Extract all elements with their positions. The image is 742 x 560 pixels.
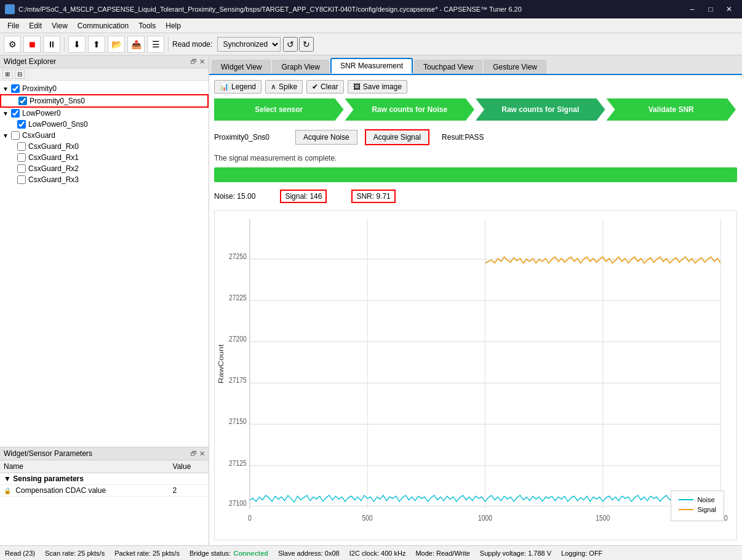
param-value-cdac: 2 [169, 485, 209, 497]
tree-item-proximity0[interactable]: ▼ Proximity0 [0, 83, 209, 94]
content-area: 📊 Legend ∧ Spike ✔ Clear 🖼 Save image [209, 75, 742, 545]
snr-value: SNR: 9.71 [351, 190, 395, 203]
check-csxguard-rx0[interactable] [17, 142, 26, 151]
pause-button[interactable]: ⏸ [43, 36, 60, 53]
params-group-sensing: ▼ Sensing parameters [0, 473, 209, 485]
maximize-button[interactable]: □ [703, 3, 719, 15]
noise-label: Noise [697, 496, 714, 503]
step-raw-noise: Raw counts for Noise [345, 98, 475, 121]
sensor-params-restore[interactable]: 🗗 [190, 450, 197, 458]
sensor-params-close[interactable]: ✕ [199, 450, 205, 458]
widget-explorer-restore[interactable]: 🗗 [190, 58, 197, 66]
tree-item-lowpower0-sns0[interactable]: LowPower0_Sns0 [0, 119, 209, 130]
bridge-connected-label: Connected [233, 550, 268, 557]
label-csxguard: CsxGuard [22, 131, 55, 140]
expand-csxguard[interactable]: ▼ [2, 132, 10, 139]
widget-explorer-close[interactable]: ✕ [199, 58, 205, 66]
read-mode-label: Read mode: [172, 40, 212, 49]
step-validate-snr: Validate SNR [607, 98, 736, 121]
step-select-sensor: Select sensor [214, 98, 344, 121]
widget-expand-all[interactable]: ⊞ [2, 70, 12, 79]
menu-view[interactable]: View [47, 20, 73, 31]
left-panel: Widget Explorer 🗗 ✕ ⊞ ⊟ ▼ Proximity0 Pro… [0, 55, 209, 545]
export-button[interactable]: 📤 [127, 36, 145, 53]
menu-tools[interactable]: Tools [134, 20, 161, 31]
app-icon [5, 4, 15, 14]
spike-icon: ∧ [271, 82, 276, 91]
check-lowpower0-sns0[interactable] [17, 120, 26, 129]
check-proximity0[interactable] [11, 84, 20, 93]
signal-value: Signal: 146 [280, 190, 327, 203]
clear-button[interactable]: ✔ Clear [306, 80, 344, 94]
menu-communication[interactable]: Communication [73, 20, 134, 31]
tree-item-lowpower0[interactable]: ▼ LowPower0 [0, 108, 209, 119]
tree-item-csxguard-rx1[interactable]: CsxGuard_Rx1 [0, 152, 209, 163]
tree-item-proximity0-sns0[interactable]: Proximity0_Sns0 [0, 94, 209, 108]
undo-button[interactable]: ↺ [283, 37, 298, 52]
scan-rate-label: Scan rate: 25 pkts/s [45, 550, 105, 557]
save-icon: 🖼 [353, 82, 361, 91]
chart-legend: Noise Signal [671, 490, 724, 521]
download-button[interactable]: ⬇ [68, 36, 86, 53]
expand-lowpower0[interactable]: ▼ [2, 110, 10, 117]
redo-button[interactable]: ↻ [299, 37, 314, 52]
svg-text:27100: 27100 [229, 499, 247, 507]
bridge-status-label: Bridge status: [189, 550, 231, 557]
menu-edit[interactable]: Edit [24, 20, 47, 31]
param-row-cdac: 🔒 Compensation CDAC value 2 [0, 485, 209, 497]
chart-svg: RawCount 27100 27125 27150 27175 27200 2… [215, 211, 736, 540]
read-mode-select[interactable]: Synchronized Continuous [217, 37, 281, 52]
params-col-value: Value [169, 460, 209, 473]
acquire-signal-button[interactable]: Acquire Signal [365, 129, 429, 145]
window-controls: – □ ✕ [684, 3, 737, 15]
params-col-name: Name [0, 460, 169, 473]
read-label: Read (23) [5, 550, 35, 557]
svg-text:27150: 27150 [229, 418, 247, 426]
legend-button[interactable]: 📊 Legend [214, 80, 261, 94]
check-csxguard-rx2[interactable] [17, 164, 26, 173]
widget-explorer-header: Widget Explorer 🗗 ✕ [0, 55, 209, 68]
tab-snr-measurement[interactable]: SNR Measurement [330, 58, 413, 74]
close-button[interactable]: ✕ [721, 3, 737, 15]
spike-button[interactable]: ∧ Spike [265, 80, 303, 94]
signal-label: Signal [697, 506, 716, 513]
save-image-button[interactable]: 🖼 Save image [348, 80, 407, 94]
check-lowpower0[interactable] [11, 109, 20, 118]
legend-noise: Noise [679, 496, 716, 503]
upload-button[interactable]: ⬆ [88, 36, 105, 53]
settings-button[interactable]: ⚙ [4, 36, 21, 53]
toolbar-separator-2 [168, 37, 169, 52]
lock-icon: 🔒 [4, 487, 11, 494]
minimize-button[interactable]: – [684, 3, 700, 15]
open-button[interactable]: 📂 [108, 36, 125, 53]
check-proximity0-sns0[interactable] [18, 97, 27, 105]
tab-widget-view[interactable]: Widget View [212, 60, 271, 74]
sensor-row: Proximity0_Sns0 Acquire Noise Acquire Si… [214, 126, 737, 149]
menu-help[interactable]: Help [161, 20, 186, 31]
stop-button[interactable]: ⏹ [23, 36, 41, 53]
check-csxguard-rx1[interactable] [17, 153, 26, 162]
tab-gesture-view[interactable]: Gesture View [484, 60, 546, 74]
tab-graph-view[interactable]: Graph View [272, 60, 329, 74]
widget-collapse-all[interactable]: ⊟ [15, 70, 25, 79]
check-csxguard[interactable] [11, 131, 20, 140]
widget-explorer-controls: 🗗 ✕ [190, 58, 205, 66]
tab-touchpad-view[interactable]: Touchpad View [414, 60, 482, 74]
steps-bar: Select sensor Raw counts for Noise Raw c… [214, 98, 737, 121]
expand-proximity0[interactable]: ▼ [2, 86, 10, 92]
list-button[interactable]: ☰ [147, 36, 164, 53]
label-proximity0: Proximity0 [22, 84, 57, 93]
menu-file[interactable]: File [2, 20, 24, 31]
sensor-name-label: Proximity0_Sns0 [214, 133, 288, 142]
check-csxguard-rx3[interactable] [17, 175, 26, 184]
svg-text:27225: 27225 [229, 294, 247, 302]
label-csxguard-rx0: CsxGuard_Rx0 [28, 142, 79, 151]
tree-item-csxguard-rx2[interactable]: CsxGuard_Rx2 [0, 163, 209, 174]
tree-item-csxguard[interactable]: ▼ CsxGuard [0, 130, 209, 141]
tree-item-csxguard-rx3[interactable]: CsxGuard_Rx3 [0, 174, 209, 185]
status-packet-rate: Packet rate: 25 pkts/s [114, 550, 180, 557]
svg-text:27200: 27200 [229, 335, 247, 343]
logging-label: Logging: OFF [561, 550, 602, 557]
tree-item-csxguard-rx0[interactable]: CsxGuard_Rx0 [0, 141, 209, 152]
acquire-noise-button[interactable]: Acquire Noise [295, 130, 357, 145]
